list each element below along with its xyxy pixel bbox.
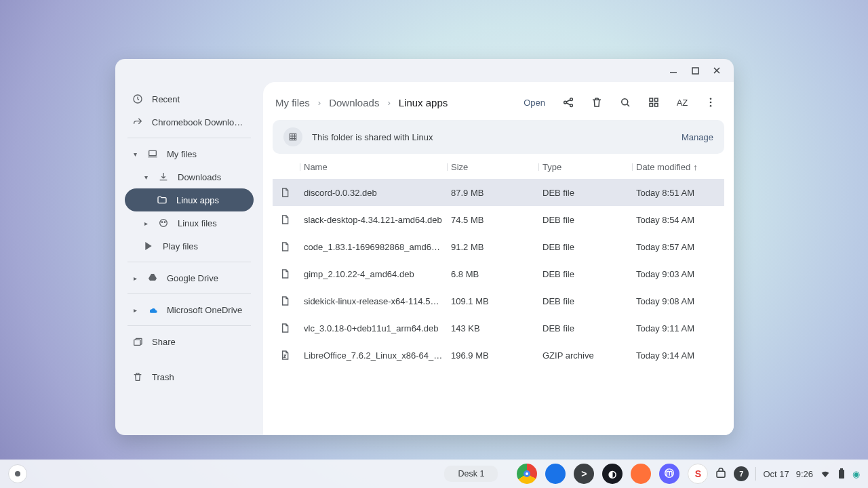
svg-rect-18 <box>290 134 296 140</box>
sidebar-item-label: Recent <box>152 94 180 104</box>
grid-badge-icon <box>283 127 302 146</box>
shelf-app-sidekick[interactable]: S <box>688 464 708 484</box>
column-modified[interactable]: Date modified↑ <box>632 162 722 172</box>
svg-rect-22 <box>840 468 843 470</box>
file-name: vlc_3.0.18-0+deb11u1_arm64.deb <box>304 323 443 333</box>
shelf-app-chrome[interactable] <box>517 464 537 484</box>
file-size: 74.5 MB <box>447 215 538 225</box>
grid-view-button[interactable] <box>643 92 665 113</box>
share-icon <box>562 96 574 108</box>
svg-rect-13 <box>650 104 653 107</box>
maximize-button[interactable] <box>688 63 703 78</box>
sidebar-item-label: Share <box>152 337 176 347</box>
shelf-app-steam[interactable]: ◐ <box>602 464 623 484</box>
column-name[interactable]: Name <box>300 162 447 172</box>
svg-point-19 <box>15 471 20 476</box>
breadcrumb-item[interactable]: Downloads <box>329 97 379 108</box>
shelf-app-firefox[interactable] <box>631 464 651 484</box>
file-row[interactable]: LibreOffice_7.6.2_Linux_x86-64_deb.…196.… <box>273 342 724 369</box>
file-size: 109.1 MB <box>447 296 538 306</box>
file-name: LibreOffice_7.6.2_Linux_x86-64_deb.… <box>304 350 443 361</box>
svg-point-16 <box>710 102 712 104</box>
column-type[interactable]: Type <box>538 162 632 172</box>
more-button[interactable] <box>700 92 722 113</box>
file-row[interactable]: sidekick-linux-release-x64-114.52.2.3…10… <box>273 287 724 314</box>
sort-button[interactable]: AZ <box>671 92 693 113</box>
minimize-icon <box>669 66 677 75</box>
drive-icon <box>146 272 159 283</box>
file-row[interactable]: discord-0.0.32.deb87.9 MBDEB fileToday 8… <box>273 179 724 206</box>
manage-link[interactable]: Manage <box>682 132 713 142</box>
sort-label: AZ <box>677 98 688 108</box>
svg-point-4 <box>161 222 162 222</box>
sidebar-item-recent[interactable]: Recent <box>125 87 254 110</box>
sidebar-item-linux-apps[interactable]: Linux apps <box>125 188 254 211</box>
file-row[interactable]: slack-desktop-4.34.121-amd64.deb74.5 MBD… <box>273 206 724 233</box>
wifi-icon[interactable] <box>820 468 831 479</box>
svg-point-5 <box>164 222 165 222</box>
svg-rect-2 <box>149 150 157 155</box>
tote-tray-button[interactable] <box>715 468 727 480</box>
launcher-button[interactable] <box>8 464 27 483</box>
file-row[interactable]: gimp_2.10.22-4_amd64.deb6.8 MBDEB fileTo… <box>273 260 724 287</box>
notifications-button[interactable]: 7 <box>734 466 749 481</box>
svg-point-15 <box>710 98 712 100</box>
battery-icon[interactable] <box>837 468 846 479</box>
file-modified: Today 9:08 AM <box>632 296 722 306</box>
search-icon <box>619 96 631 108</box>
sidebar-item-chromebook-downloads[interactable]: Chromebook Downloa… <box>125 110 254 134</box>
linux-icon <box>157 218 170 228</box>
sidebar-item-label: Play files <box>163 241 198 251</box>
files-window: Recent Chromebook Downloa… ▾ My files ▾ … <box>115 59 734 435</box>
sidebar-item-google-drive[interactable]: ▸ Google Drive <box>125 266 254 289</box>
shelf-app-mastodon[interactable]: ⓜ <box>659 464 679 484</box>
svg-point-17 <box>710 105 712 107</box>
open-button[interactable]: Open <box>518 95 551 110</box>
minimize-button[interactable] <box>666 63 681 78</box>
search-button[interactable] <box>614 92 636 113</box>
file-modified: Today 8:57 AM <box>632 242 722 252</box>
penguin-icon[interactable]: ◉ <box>852 469 860 479</box>
file-size: 91.2 MB <box>447 242 538 252</box>
clock-icon <box>132 94 144 104</box>
more-vert-icon <box>705 96 717 108</box>
svg-point-3 <box>160 220 167 227</box>
laptop-icon <box>146 148 159 159</box>
file-row[interactable]: vlc_3.0.18-0+deb11u1_arm64.deb143 KBDEB … <box>273 314 724 342</box>
sidebar-item-onedrive[interactable]: ▸ Microsoft OneDrive <box>125 298 254 321</box>
shelf-app-files[interactable] <box>545 464 566 484</box>
shelf-time[interactable]: 9:26 <box>796 469 813 479</box>
onedrive-icon <box>146 304 159 315</box>
close-button[interactable] <box>709 63 724 78</box>
file-modified: Today 9:03 AM <box>632 269 722 279</box>
sidebar-item-trash[interactable]: Trash <box>125 365 254 388</box>
desk-button[interactable]: Desk 1 <box>444 466 498 482</box>
shelf-app-terminal[interactable]: > <box>574 464 594 484</box>
chevron-right-icon: ▸ <box>132 306 138 314</box>
sidebar-item-play-files[interactable]: Play files <box>125 235 254 258</box>
sidebar-item-my-files[interactable]: ▾ My files <box>125 142 254 165</box>
file-type: DEB file <box>538 242 632 252</box>
file-row[interactable]: code_1.83.1-1696982868_amd64.deb91.2 MBD… <box>273 233 724 260</box>
shelf: Desk 1 >◐ⓜS 7 Oct 17 9:26 ◉ <box>0 460 868 488</box>
sidebar-item-share[interactable]: Share <box>125 330 254 353</box>
svg-rect-20 <box>717 471 725 477</box>
file-modified: Today 9:14 AM <box>632 350 722 361</box>
sidebar-item-downloads[interactable]: ▾ Downloads <box>125 165 254 188</box>
share-arrow-icon <box>132 117 144 127</box>
chevron-right-icon: ▸ <box>132 274 138 282</box>
sidebar-item-label: Chromebook Downloa… <box>152 117 247 127</box>
banner-text: This folder is shared with Linux <box>312 132 433 142</box>
delete-button[interactable] <box>586 92 608 113</box>
sidebar-item-linux-files[interactable]: ▸ Linux files <box>125 211 254 235</box>
file-modified: Today 8:51 AM <box>632 188 722 198</box>
file-name: code_1.83.1-1696982868_amd64.deb <box>304 242 443 252</box>
svg-point-10 <box>622 99 628 105</box>
file-type: DEB file <box>538 215 632 225</box>
sidebar-item-label: Trash <box>152 372 174 382</box>
breadcrumb-item[interactable]: My files <box>275 97 310 108</box>
file-type: DEB file <box>538 296 632 306</box>
column-size[interactable]: Size <box>447 162 538 172</box>
share-button[interactable] <box>557 92 579 113</box>
shelf-date[interactable]: Oct 17 <box>763 469 789 479</box>
